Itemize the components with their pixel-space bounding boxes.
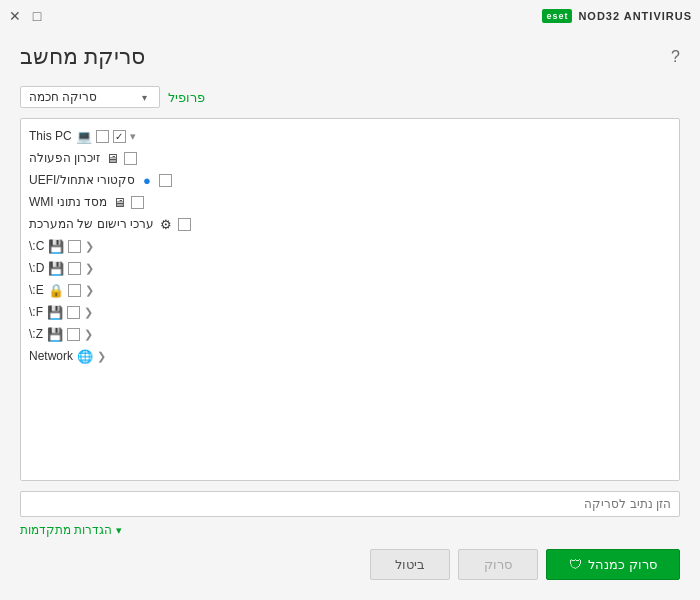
footer-buttons: ביטול סרוק 🛡 סרוק כמנהל	[20, 549, 680, 588]
main-window: ✕ □ eset NOD32 ANTIVIRUS ? סריקת מחשב פר…	[0, 0, 700, 600]
profile-scan-row: פרופיל ▾ סריקה חכמה	[20, 86, 680, 108]
item-label-network: Network	[29, 349, 73, 363]
window-controls: ✕ □	[8, 9, 44, 23]
scan-as-admin-button[interactable]: 🛡 סרוק כמנהל	[546, 549, 680, 580]
scan-button[interactable]: סרוק	[458, 549, 538, 580]
list-item[interactable]: ❮ 💾 Z:\	[21, 323, 679, 345]
item-label-uefi: סקטורי אתחול/UEFI	[29, 173, 135, 187]
item-label-registry: ערכי רישום של המערכת	[29, 217, 154, 231]
path-row	[20, 491, 680, 517]
list-item[interactable]: ❮ 💾 C:\	[21, 235, 679, 257]
scan-type-select[interactable]: ▾ סריקה חכמה	[20, 86, 160, 108]
chevron-down-icon: ▾	[142, 92, 147, 103]
item-label-drive-f: F:\	[29, 305, 43, 319]
title-bar: ✕ □ eset NOD32 ANTIVIRUS	[0, 0, 700, 32]
app-branding: eset NOD32 ANTIVIRUS	[542, 9, 692, 23]
content-area: ? סריקת מחשב פרופיל ▾ סריקה חכמה ▾ 💻 Thi…	[0, 32, 700, 600]
close-button[interactable]: ✕	[8, 9, 22, 23]
checkbox-registry[interactable]	[178, 218, 191, 231]
drive-e-icon: 🔒	[48, 282, 64, 298]
chevron-right-icon[interactable]: ❮	[85, 240, 94, 253]
checkbox-this-pc[interactable]	[113, 130, 126, 143]
maximize-button[interactable]: □	[30, 9, 44, 23]
item-label-memory: זיכרון הפעולה	[29, 151, 100, 165]
list-item[interactable]: ❮ 🌐 Network	[21, 345, 679, 367]
list-item[interactable]: ❮ 🔒 E:\	[21, 279, 679, 301]
chevron-right-icon[interactable]: ❮	[84, 306, 93, 319]
chevron-right-icon[interactable]: ❮	[97, 350, 106, 363]
item-label-wmi: מסד נתוני WMI	[29, 195, 107, 209]
cancel-button[interactable]: ביטול	[370, 549, 450, 580]
app-title: NOD32 ANTIVIRUS	[578, 10, 692, 22]
item-label-drive-e: E:\	[29, 283, 44, 297]
profile-link[interactable]: פרופיל	[168, 90, 205, 105]
checkbox-drive-z[interactable]	[67, 328, 80, 341]
chevron-right-icon[interactable]: ❮	[85, 284, 94, 297]
checkbox-drive-f[interactable]	[67, 306, 80, 319]
checkbox-drive-e[interactable]	[68, 284, 81, 297]
help-icon[interactable]: ?	[671, 48, 680, 66]
checkbox-drive-c[interactable]	[68, 240, 81, 253]
scan-select-value: סריקה חכמה	[29, 90, 97, 104]
network-icon: 🌐	[77, 348, 93, 364]
memory-icon: 🖥	[104, 150, 120, 166]
list-item[interactable]: ▾ 💻 This PC	[21, 125, 679, 147]
scan-admin-label: סרוק כמנהל	[588, 557, 657, 572]
list-item[interactable]: 🖥 זיכרון הפעולה	[21, 147, 679, 169]
checkbox-memory[interactable]	[124, 152, 137, 165]
checkbox-uefi[interactable]	[159, 174, 172, 187]
drive-f-icon: 💾	[47, 304, 63, 320]
chevron-right-icon[interactable]: ❮	[84, 328, 93, 341]
item-label-this-pc: This PC	[29, 129, 72, 143]
eset-logo: eset	[542, 9, 572, 23]
page-header: ? סריקת מחשב	[20, 44, 680, 70]
shield-icon: 🛡	[569, 557, 582, 572]
advanced-settings-label[interactable]: הגדרות מתקדמות	[20, 523, 112, 537]
uefi-icon: ●	[139, 172, 155, 188]
drive-c-icon: 💾	[48, 238, 64, 254]
scan-list[interactable]: ▾ 💻 This PC 🖥 זיכרון הפעולה ● סקטורי אתח…	[20, 118, 680, 481]
list-item[interactable]: ❮ 💾 F:\	[21, 301, 679, 323]
registry-icon: ⚙	[158, 216, 174, 232]
checkbox-wmi[interactable]	[131, 196, 144, 209]
chevron-down-icon: ▾	[116, 524, 122, 537]
checkbox-drive-d[interactable]	[68, 262, 81, 275]
list-item[interactable]: 🖥 מסד נתוני WMI	[21, 191, 679, 213]
item-label-drive-d: D:\	[29, 261, 44, 275]
chevron-down-icon[interactable]: ▾	[130, 130, 136, 143]
path-input[interactable]	[20, 491, 680, 517]
list-item[interactable]: ● סקטורי אתחול/UEFI	[21, 169, 679, 191]
pc-icon: 💻	[76, 128, 92, 144]
page-title: סריקת מחשב	[20, 44, 145, 70]
drive-d-icon: 💾	[48, 260, 64, 276]
checkbox-this-pc-partial[interactable]	[96, 130, 109, 143]
chevron-right-icon[interactable]: ❮	[85, 262, 94, 275]
list-item[interactable]: ❮ 💾 D:\	[21, 257, 679, 279]
drive-z-icon: 💾	[47, 326, 63, 342]
item-label-drive-c: C:\	[29, 239, 44, 253]
list-item[interactable]: ⚙ ערכי רישום של המערכת	[21, 213, 679, 235]
wmi-icon: 🖥	[111, 194, 127, 210]
item-label-drive-z: Z:\	[29, 327, 43, 341]
advanced-row[interactable]: ▾ הגדרות מתקדמות	[20, 523, 680, 537]
